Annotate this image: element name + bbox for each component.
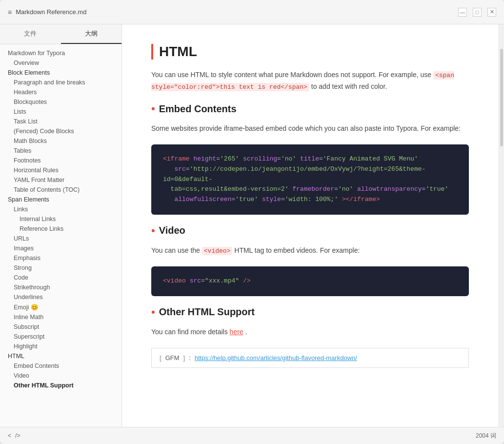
gfm-url[interactable]: https://help.github.com/articles/github-… [195,354,357,362]
sidebar-tabs: 文件 大纲 [0,24,121,44]
sidebar-item-markdown-typora[interactable]: Markdown for Typora [0,48,121,58]
bracket-open: [ [160,354,161,362]
sidebar-item-inline-math[interactable]: Inline Math [0,312,121,322]
iframe-line-3: tab=css,result&embed-version=2' framebor… [163,184,457,195]
gfm-separator: : [189,354,191,362]
sidebar-item-superscript[interactable]: Superscript [0,332,121,342]
minimize-button[interactable]: — [458,8,467,17]
sidebar-item-toc[interactable]: Table of Contents (TOC) [0,185,121,195]
tab-outline[interactable]: 大纲 [61,24,122,44]
embed-text: Some websites provide iframe-based embed… [151,123,469,135]
sidebar-item-highlight[interactable]: Highlight [0,342,121,351]
sidebar-item-embed-contents[interactable]: Embed Contents [0,361,121,371]
statusbar-left: < /> [8,432,20,439]
sidebar: 文件 大纲 Markdown for TyporaOverviewBlock E… [0,24,122,427]
sidebar-item-internal-links[interactable]: Internal Links [0,214,121,224]
bracket-close: ] [183,354,185,362]
intro-text-1: You can use HTML to style content what p… [151,71,431,79]
sidebar-item-overview[interactable]: Overview [0,58,121,68]
iframe-line-1: <iframe height='265' scrolling='no' titl… [163,154,457,164]
video-heading: • Video [151,224,469,237]
intro-text-2: to add text with red color. [311,82,387,90]
video-paragraph: You can use the <video> HTML tag to embe… [151,245,469,257]
sidebar-item-footnotes[interactable]: Footnotes [0,156,121,165]
sidebar-item-paragraph[interactable]: Paragraph and line breaks [0,78,121,87]
sidebar-item-span-elements[interactable]: Span Elements [0,195,121,204]
iframe-line-2: src='http://codepen.io/jeangontijo/embed… [163,164,457,185]
iframe-line-4: allowfullscreen='true' style='width: 100… [163,195,457,205]
sidebar-item-task-list[interactable]: Task List [0,117,121,126]
other-paragraph: You can find more details here . [151,326,469,338]
other-text-2: . [245,328,247,336]
titlebar-title: Markdown Reference.md [16,8,458,16]
here-link[interactable]: here [230,328,243,336]
status-icon-2[interactable]: /> [15,432,20,439]
sidebar-item-tables[interactable]: Tables [0,146,121,156]
titlebar: ≡ Markdown Reference.md — □ ✕ [0,0,504,24]
other-heading-text: Other HTML Support [159,306,255,318]
intro-paragraph: You can use HTML to style content what p… [151,69,469,93]
sidebar-item-yaml[interactable]: YAML Front Matter [0,175,121,185]
window-controls: — □ ✕ [458,8,496,17]
sidebar-item-video[interactable]: Video [0,371,121,381]
content-area[interactable]: HTML You can use HTML to style content w… [122,24,498,427]
sidebar-item-emphasis[interactable]: Emphasis [0,253,121,263]
sidebar-item-code-blocks[interactable]: (Fenced) Code Blocks [0,126,121,136]
menu-icon[interactable]: ≡ [8,8,12,16]
other-text-1: You can find more details [151,328,228,336]
sidebar-item-strikethrough[interactable]: Strikethrough [0,283,121,292]
sidebar-item-reference-links[interactable]: Reference Links [0,224,121,234]
statusbar: < /> 2004 词 [0,427,504,444]
video-dot: • [151,224,155,237]
sidebar-item-strong[interactable]: Strong [0,263,121,273]
sidebar-item-links[interactable]: Links [0,204,121,214]
sidebar-item-other-html[interactable]: Other HTML Support [0,381,121,390]
close-button[interactable]: ✕ [487,8,496,17]
sidebar-item-horizontal-rules[interactable]: Horizontal Rules [0,165,121,175]
sidebar-item-images[interactable]: Images [0,243,121,253]
other-dot: • [151,306,155,319]
scrollbar[interactable] [498,24,504,427]
maximize-button[interactable]: □ [473,8,482,17]
statusbar-right: 2004 词 [476,432,496,440]
gfm-label: GFM [165,354,180,362]
video-heading-text: Video [159,225,185,236]
app-window: ≡ Markdown Reference.md — □ ✕ 文件 大纲 Mark… [0,0,504,444]
sidebar-item-emoji[interactable]: Emoji 😊 [0,302,121,312]
iframe-code-block: <iframe height='265' scrolling='no' titl… [151,144,469,215]
sidebar-item-blockquotes[interactable]: Blockquotes [0,97,121,107]
video-text-1: You can use the [151,246,200,254]
gfm-reference: [ GFM ] : https://help.github.com/articl… [151,348,469,368]
sidebar-item-math-blocks[interactable]: Math Blocks [0,136,121,146]
status-icon-1[interactable]: < [8,432,11,439]
sidebar-item-html[interactable]: HTML [0,351,121,361]
video-text-2: HTML tag to embed videos. For example: [234,246,360,254]
sidebar-item-underlines[interactable]: Underlines [0,292,121,302]
tab-files[interactable]: 文件 [0,24,61,44]
embed-dot: • [151,102,155,115]
embed-heading: • Embed Contents [151,102,469,115]
embed-heading-text: Embed Contents [159,103,237,115]
word-count: 2004 词 [476,432,496,439]
sidebar-nav[interactable]: Markdown for TyporaOverviewBlock Element… [0,44,121,427]
sidebar-item-headers[interactable]: Headers [0,87,121,97]
main-layout: 文件 大纲 Markdown for TyporaOverviewBlock E… [0,24,504,427]
sidebar-item-code[interactable]: Code [0,273,121,283]
sidebar-item-lists[interactable]: Lists [0,107,121,117]
sidebar-item-urls[interactable]: URLs [0,234,121,243]
video-inline-code: <video> [202,247,233,255]
sidebar-item-block-elements[interactable]: Block Elements [0,68,121,78]
sidebar-item-subscript[interactable]: Subscript [0,322,121,332]
video-code-block: <video src="xxx.mp4" /> [151,266,469,296]
page-title: HTML [151,44,469,60]
other-heading: • Other HTML Support [151,306,469,319]
scrollbar-thumb[interactable] [500,49,503,146]
